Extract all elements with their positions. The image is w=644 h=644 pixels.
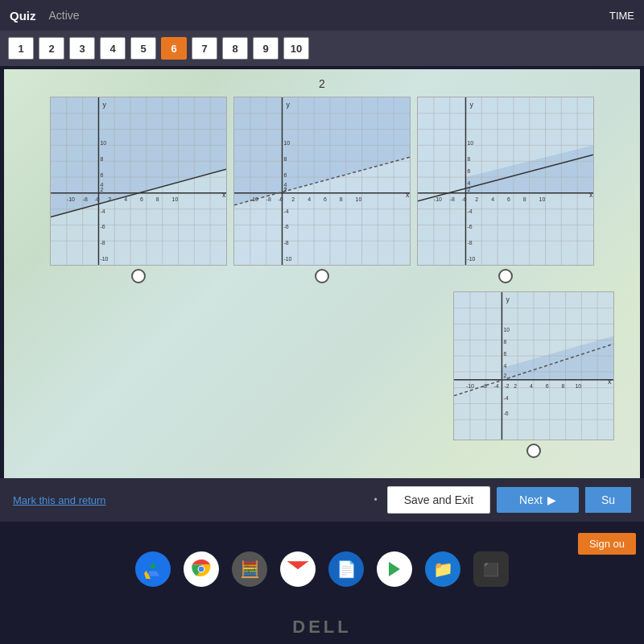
mark-return-link[interactable]: Mark this and return (13, 494, 364, 506)
svg-text:-6: -6 (503, 411, 508, 416)
svg-text:-10: -10 (466, 383, 474, 389)
svg-text:-4: -4 (100, 208, 105, 214)
graph-svg-2: y x 10 8 6 4 2 -10 -8 -6 2 -4 -6 -8 -10 … (234, 97, 410, 265)
svg-text:10: 10 (467, 140, 473, 146)
graph-svg-1: y x 10 8 6 4 2 -10 -8 -6 2 4 6 8 10 -4 - (51, 97, 226, 265)
taskbar-icon-play[interactable] (377, 551, 412, 587)
radio-circle-4[interactable] (526, 444, 541, 458)
nav-btn-3[interactable]: 3 (69, 37, 95, 60)
svg-text:6: 6 (546, 383, 549, 389)
radio-circle-3[interactable] (498, 269, 513, 283)
svg-text:-6: -6 (95, 196, 100, 202)
graph-option-4: y x 10 8 6 4 2 -10 -8 -4 -2 2 4 6 8 10 - (453, 291, 614, 458)
svg-text:8: 8 (283, 156, 287, 162)
taskbar-icon-screen[interactable]: ⬛ (473, 551, 509, 587)
svg-text:2: 2 (514, 383, 517, 389)
svg-text:6: 6 (503, 351, 506, 357)
footer-buttons: Save and Exit Next ▶ Su (387, 486, 631, 514)
graph-option-2: y x 10 8 6 4 2 -10 -8 -6 2 -4 -6 -8 -10 … (233, 97, 411, 283)
svg-text:8: 8 (156, 196, 159, 202)
main-content: 2 (4, 69, 640, 504)
graph-container-2: y x 10 8 6 4 2 -10 -8 -6 2 -4 -6 -8 -10 … (233, 97, 411, 266)
svg-text:y: y (286, 101, 290, 109)
dot-separator: • (374, 494, 377, 506)
graph-option-1: y x 10 8 6 4 2 -10 -8 -6 2 4 6 8 10 -4 - (50, 97, 227, 283)
svg-text:y: y (469, 101, 473, 109)
svg-text:-8: -8 (482, 383, 487, 389)
svg-text:8: 8 (100, 156, 103, 162)
svg-text:8: 8 (467, 156, 470, 162)
next-button[interactable]: Next ▶ (497, 487, 579, 513)
nav-btn-6[interactable]: 6 (161, 37, 187, 60)
svg-text:4: 4 (467, 180, 470, 186)
taskbar-icon-drive[interactable] (135, 551, 171, 587)
nav-btn-8[interactable]: 8 (222, 37, 248, 60)
taskbar-icon-chrome[interactable] (184, 551, 219, 587)
chevron-right-icon: ▶ (547, 493, 556, 506)
svg-text:6: 6 (467, 168, 470, 174)
svg-marker-127 (502, 336, 613, 379)
svg-text:-6: -6 (462, 196, 467, 202)
radio-option-3[interactable] (417, 269, 594, 283)
taskbar-icon-files[interactable]: 📁 (425, 551, 460, 587)
svg-text:6: 6 (283, 172, 287, 178)
graph-option-3: y x 10 8 6 4 2 -10 -8 -6 2 4 6 8 10 -4 - (417, 97, 594, 283)
graph-container-3: y x 10 8 6 4 2 -10 -8 -6 2 4 6 8 10 -4 - (417, 97, 594, 266)
svg-text:-4: -4 (494, 383, 499, 389)
nav-btn-9[interactable]: 9 (253, 37, 279, 60)
radio-option-4[interactable] (453, 444, 614, 458)
svg-text:-10: -10 (434, 196, 442, 202)
graphs-top-row: y x 10 8 6 4 2 -10 -8 -6 2 4 6 8 10 -4 - (14, 97, 630, 283)
save-exit-button[interactable]: Save and Exit (387, 486, 490, 514)
svg-text:-6: -6 (279, 196, 283, 202)
svg-text:-10: -10 (250, 196, 258, 202)
svg-text:-8: -8 (266, 196, 271, 202)
radio-option-1[interactable] (50, 269, 227, 283)
svg-text:4: 4 (491, 196, 494, 202)
taskbar-icon-docs[interactable]: 📄 (328, 551, 364, 587)
svg-text:-4: -4 (283, 208, 288, 214)
svg-text:y: y (506, 295, 510, 303)
svg-text:6: 6 (507, 196, 510, 202)
graph-container-1: y x 10 8 6 4 2 -10 -8 -6 2 4 6 8 10 -4 - (50, 97, 227, 266)
svg-text:2: 2 (467, 187, 470, 192)
svg-text:8: 8 (340, 196, 343, 202)
svg-text:-6: -6 (100, 224, 105, 229)
quiz-label: Quiz (10, 9, 36, 23)
svg-text:-6: -6 (283, 224, 288, 229)
nav-btn-4[interactable]: 4 (100, 37, 126, 60)
svg-text:-8: -8 (83, 196, 88, 202)
sign-out-button[interactable]: Sign ou (578, 533, 636, 555)
radio-circle-2[interactable] (315, 269, 329, 283)
radio-circle-1[interactable] (131, 269, 146, 283)
taskbar-icons: 🧮 📄 📁 ⬛ (0, 522, 644, 617)
time-label: TIME (609, 10, 634, 22)
nav-btn-10[interactable]: 10 (283, 37, 309, 60)
svg-text:8: 8 (562, 383, 565, 389)
submit-button[interactable]: Su (585, 487, 631, 513)
nav-btn-7[interactable]: 7 (192, 37, 217, 60)
svg-text:-8: -8 (283, 240, 288, 246)
svg-text:8: 8 (523, 196, 526, 202)
svg-text:x: x (589, 191, 593, 199)
taskbar-icon-gmail[interactable] (280, 551, 316, 587)
nav-btn-2[interactable]: 2 (39, 37, 64, 60)
graph-container-4: y x 10 8 6 4 2 -10 -8 -4 -2 2 4 6 8 10 - (453, 291, 614, 440)
graph-svg-3: y x 10 8 6 4 2 -10 -8 -6 2 4 6 8 10 -4 - (418, 97, 593, 265)
nav-btn-1[interactable]: 1 (8, 37, 34, 60)
radio-option-2[interactable] (233, 269, 411, 283)
svg-text:-2: -2 (504, 383, 509, 389)
svg-text:x: x (222, 191, 226, 199)
graph-svg-4: y x 10 8 6 4 2 -10 -8 -4 -2 2 4 6 8 10 - (454, 292, 613, 440)
nav-btn-5[interactable]: 5 (130, 37, 156, 60)
svg-text:2: 2 (503, 373, 506, 378)
svg-text:2: 2 (283, 187, 287, 192)
svg-text:-4: -4 (467, 208, 472, 214)
svg-text:8: 8 (503, 339, 506, 345)
svg-text:y: y (102, 101, 106, 109)
svg-text:-8: -8 (467, 240, 472, 246)
svg-text:10: 10 (100, 140, 106, 146)
taskbar-icon-calculator[interactable]: 🧮 (232, 551, 267, 587)
svg-text:-10: -10 (67, 196, 75, 202)
svg-text:4: 4 (308, 196, 311, 202)
